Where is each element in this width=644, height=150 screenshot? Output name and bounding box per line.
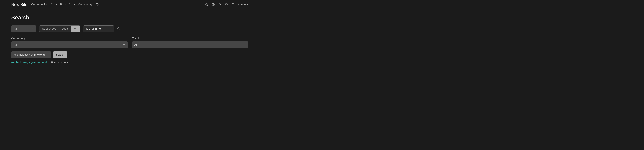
svg-line-1 [207,5,208,6]
search-row: Search [11,52,248,58]
scope-toggle: Subscribed Local All [39,26,80,32]
clipboard-icon[interactable] [232,3,235,6]
svg-point-8 [12,62,14,63]
user-menu[interactable]: admin [238,3,248,6]
page-title: Search [11,14,248,21]
svg-rect-3 [233,4,234,4]
nav-communities[interactable]: Communities [31,3,48,6]
nav-links: Communities Create Post Create Community [31,3,99,6]
site-brand[interactable]: New Site [11,2,27,7]
nav-create-post[interactable]: Create Post [51,3,66,6]
svg-point-0 [206,4,207,6]
creator-filter: Creator All [132,37,248,48]
scope-all[interactable]: All [72,26,80,32]
community-select[interactable]: All [11,42,128,48]
svg-point-2 [213,4,214,5]
type-select-value: All [14,27,17,30]
shield-icon[interactable] [225,3,228,6]
search-button[interactable]: Search [53,52,68,58]
filter-bar: All Subscribed Local All Top All Time [11,26,248,32]
nav-create-community[interactable]: Create Community [69,3,92,6]
community-icon [11,61,15,64]
chevron-down-icon [123,44,125,46]
community-select-value: All [14,43,17,46]
entity-filters: Community All Creator All [11,37,248,48]
main-content: Search All Subscribed Local All Top All … [0,9,260,68]
community-label: Community [11,37,128,40]
sort-select-value: Top All Time [86,27,101,30]
scope-subscribed[interactable]: Subscribed [40,26,59,32]
sort-select[interactable]: Top All Time [83,26,114,32]
search-input[interactable] [11,52,51,58]
nav-right: admin [205,3,248,6]
scope-local[interactable]: Local [59,26,72,32]
help-icon[interactable] [117,27,120,30]
creator-select[interactable]: All [132,42,248,48]
type-select[interactable]: All [11,26,36,32]
heart-icon[interactable] [96,3,99,6]
search-result: Technology@lemmy.world - 0 subscribers [11,61,248,64]
bell-icon[interactable] [218,3,222,6]
chevron-down-icon [32,28,34,30]
creator-label: Creator [132,37,248,40]
search-icon[interactable] [205,3,208,6]
result-subscribers: - 0 subscribers [50,61,68,64]
top-nav: New Site Communities Create Post Create … [0,0,260,9]
gear-icon[interactable] [212,3,215,6]
chevron-down-icon [244,44,246,46]
caret-down-icon [247,4,248,5]
chevron-down-icon [109,28,112,30]
community-filter: Community All [11,37,128,48]
username-label: admin [238,3,246,6]
creator-select-value: All [134,43,138,46]
result-community-link[interactable]: Technology@lemmy.world [16,61,48,64]
